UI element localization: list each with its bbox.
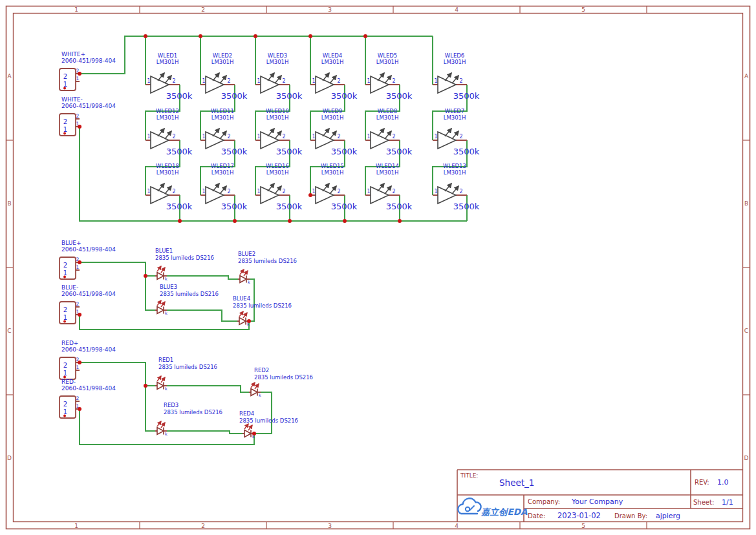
connector-pin-number: 2 <box>76 301 80 307</box>
wled-WLED14[interactable]: WLED14LM301H123500k <box>365 163 413 211</box>
wled-value: 3500k <box>453 91 480 101</box>
wled-WLED10[interactable]: WLED10LM301H123500k <box>255 108 303 156</box>
led-part: 2835 lumileds DS216 <box>164 409 222 415</box>
company-value[interactable]: Your Company <box>571 498 623 506</box>
emission-arrow-icon <box>445 73 451 81</box>
wled-ref: WLED16 <box>266 163 289 169</box>
wled-part: LM301H <box>444 169 466 176</box>
wled-WLED9[interactable]: WLED9LM301H123500k <box>310 108 358 156</box>
pin-number: 1 <box>367 78 370 84</box>
cathode-label: k <box>165 277 167 282</box>
pin1-marker <box>63 276 66 278</box>
wled-ref: WLED2 <box>213 52 232 59</box>
wled-WLED17[interactable]: WLED17LM301H123500k <box>200 163 248 211</box>
connector-pin-number-inside: 1 <box>63 269 67 277</box>
led-RED4[interactable]: kRED42835 lumileds DS216 <box>239 410 298 439</box>
wled-part: LM301H <box>211 169 234 176</box>
connector-pin-number-inside: 2 <box>63 262 67 269</box>
wled-WLED13[interactable]: WLED13LM301H123500k <box>433 163 480 211</box>
pin-number: 1 <box>147 134 150 140</box>
pin-number: 2 <box>337 78 340 84</box>
led-BLUE1[interactable]: kBLUE12835 lumileds DS216 <box>155 247 214 282</box>
wled-ref: WLED1 <box>158 52 177 59</box>
pin-number: 1 <box>147 189 150 194</box>
emission-arrow-icon <box>452 76 459 83</box>
pin1-marker <box>63 376 66 379</box>
wled-part: LM301H <box>444 114 466 121</box>
wled-WLED2[interactable]: WLED2LM301H123500k <box>200 52 248 101</box>
connector-part: 2060-451/998-404 <box>61 291 116 297</box>
led-BLUE4[interactable]: kBLUE42835 lumileds DS216 <box>233 295 292 327</box>
sheet-title[interactable]: Sheet_1 <box>499 477 534 488</box>
wire[interactable] <box>167 276 238 279</box>
connector-BLUE+[interactable]: BLUE+2060-451/998-4042121 <box>59 240 116 279</box>
led-RED2[interactable]: kRED22835 lumileds DS216 <box>249 367 313 398</box>
wire-junction <box>144 384 147 388</box>
sheet-label: Sheet: <box>693 499 714 506</box>
emission-arrow-icon <box>161 268 165 273</box>
wled-ref: WLED18 <box>156 163 179 169</box>
frame-col-label: 3 <box>328 6 332 13</box>
drawn-by-value[interactable]: ajpierg <box>656 512 680 520</box>
connector-pin-number-inside: 2 <box>63 118 67 125</box>
emission-arrow-icon <box>157 300 161 306</box>
wire[interactable] <box>146 386 155 431</box>
schematic-canvas[interactable]: 1122334455AABBCCDD WHITE+2060-451/998-40… <box>0 0 756 535</box>
connector-RED-[interactable]: RED-2060-451/998-4042121 <box>59 379 116 418</box>
wled-WLED6[interactable]: WLED6LM301H123500k <box>433 52 480 101</box>
diode-triangle <box>244 430 251 437</box>
led-BLUE2[interactable]: kBLUE22835 lumileds DS216 <box>238 251 297 285</box>
connector-RED+[interactable]: RED+2060-451/998-4042121 <box>59 340 116 379</box>
wled-WLED4[interactable]: WLED4LM301H123500k <box>310 52 358 101</box>
logo-text: 嘉立创EDA <box>481 507 528 517</box>
emission-arrow-icon <box>244 424 248 429</box>
emission-arrow-icon <box>385 76 391 83</box>
connector-WHITE-[interactable]: WHITE-2060-451/998-4042121 <box>59 96 116 136</box>
sheet-value[interactable]: 1/1 <box>722 498 733 507</box>
wire[interactable] <box>80 315 249 330</box>
wled-WLED15[interactable]: WLED15LM301H123500k <box>310 163 358 211</box>
wire[interactable] <box>146 276 155 310</box>
wled-WLED12[interactable]: WLED12LM301H123500k <box>146 108 193 156</box>
wled-value: 3500k <box>331 147 358 156</box>
wire[interactable] <box>254 392 272 434</box>
pin-number: 2 <box>459 78 462 84</box>
connector-WHITE+[interactable]: WHITE+2060-451/998-4042121 <box>59 51 116 90</box>
emission-arrow-icon <box>157 376 161 381</box>
wled-WLED1[interactable]: WLED1LM301H123500k <box>146 52 193 101</box>
wire[interactable] <box>167 386 249 392</box>
wled-WLED3[interactable]: WLED3LM301H123500k <box>255 52 303 101</box>
emission-arrow-icon <box>213 129 219 136</box>
connector-ref: BLUE+ <box>61 240 81 246</box>
connector-BLUE-[interactable]: BLUE-2060-451/998-4042121 <box>59 284 116 324</box>
wire[interactable] <box>167 431 243 434</box>
emission-arrow-icon <box>158 73 164 81</box>
wire[interactable] <box>167 310 237 321</box>
wire[interactable] <box>80 362 146 386</box>
wled-WLED5[interactable]: WLED5LM301H123500k <box>365 52 413 101</box>
emission-arrow-icon <box>220 76 226 83</box>
emission-arrow-icon <box>323 184 329 191</box>
cloud-icon-tail <box>470 506 474 510</box>
wled-ref: WLED13 <box>443 163 466 169</box>
rev-value[interactable]: 1.0 <box>717 478 729 487</box>
wled-part: LM301H <box>266 169 289 176</box>
wled-WLED18[interactable]: WLED18LM301H123500k <box>146 163 193 211</box>
date-value[interactable]: 2023-01-02 <box>557 511 601 520</box>
emission-arrow-icon <box>275 131 281 139</box>
pin-number: 1 <box>434 134 437 140</box>
emission-arrow-icon <box>239 311 243 317</box>
connector-pin-number: 1 <box>76 264 80 270</box>
emission-arrow-icon <box>330 186 336 194</box>
wled-WLED11[interactable]: WLED11LM301H123500k <box>200 108 248 156</box>
pin-number: 1 <box>202 189 205 194</box>
emission-arrow-icon <box>323 73 329 81</box>
wled-WLED8[interactable]: WLED8LM301H123500k <box>365 108 413 156</box>
led-BLUE3[interactable]: kBLUE32835 lumileds DS216 <box>155 284 219 316</box>
rev-label: REV: <box>695 479 709 486</box>
wled-WLED7[interactable]: WLED7LM301H123500k <box>433 108 480 156</box>
wled-WLED16[interactable]: WLED16LM301H123500k <box>255 163 303 211</box>
wire-junction <box>308 193 312 197</box>
wled-value: 3500k <box>331 91 358 101</box>
wire[interactable] <box>80 262 146 276</box>
